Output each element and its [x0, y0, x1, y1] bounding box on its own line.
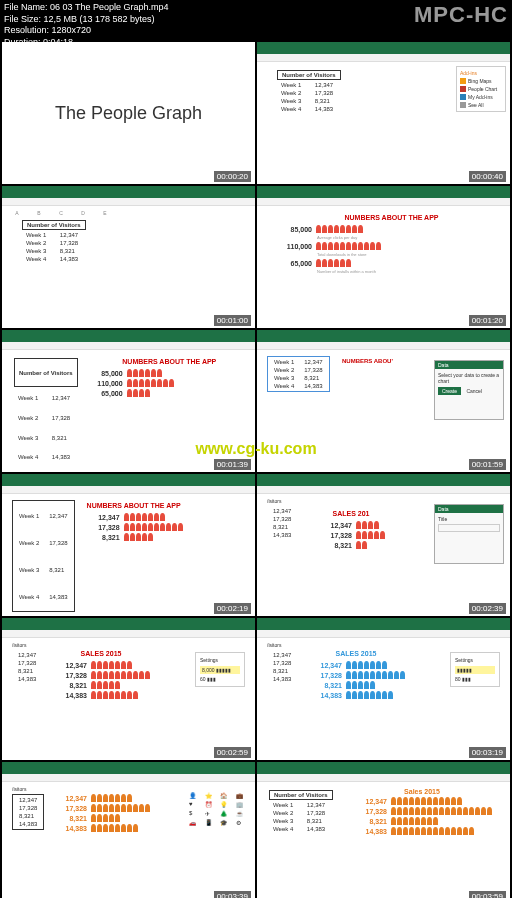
visitors-table: Number of Visitors Week 112,347 Week 217…	[12, 356, 80, 468]
slide-title: The People Graph	[55, 103, 202, 124]
thumb-10: /isitors 12,347 17,328 8,321 14,383 SALE…	[257, 618, 510, 760]
visitors-table: 12,347 17,328 8,321 14,383	[267, 650, 297, 684]
visitors-table: Number of Visitors Week 112,347 Week 217…	[275, 68, 343, 114]
file-metadata: File Name: 06 03 The People Graph.mp4 Fi…	[4, 2, 168, 40]
timestamp: 00:01:00	[214, 315, 251, 326]
thumb-11: /isitors 12,347 17,328 8,321 14,383 12,3…	[2, 762, 255, 898]
thumb-6: Week 112,347 Week 217,328 Week 38,321 We…	[257, 330, 510, 472]
thumb-12: Number of Visitors Week 112,347 Week 217…	[257, 762, 510, 898]
timestamp: 00:03:39	[214, 891, 251, 898]
addins-pane[interactable]: Add-ins Bing Maps People Chart My Add-in…	[456, 66, 506, 112]
data-panel[interactable]: Data Select your data to create a chart …	[434, 360, 504, 420]
create-button[interactable]: Create	[438, 387, 461, 395]
timestamp: 00:03:59	[469, 891, 506, 898]
timestamp: 00:00:40	[469, 171, 506, 182]
timestamp: 00:01:39	[214, 459, 251, 470]
visitors-table: 12,347 17,328 8,321 14,383	[12, 794, 44, 830]
timestamp: 00:03:19	[469, 747, 506, 758]
timestamp: 00:02:19	[214, 603, 251, 614]
timestamp: 00:02:59	[214, 747, 251, 758]
icon-picker[interactable]: 👤⭐🏠💼 ♥⏰💡🏢 $✈🌲☕ 🚗📱🎓⚙	[189, 792, 249, 826]
visitors-table: Week 112,347 Week 217,328 Week 38,321 We…	[12, 500, 75, 612]
graph-title: NUMBERS ABOUT THE APP	[277, 214, 506, 221]
timestamp: 00:01:59	[469, 459, 506, 470]
thumb-9: /isitors 12,347 17,328 8,321 14,383 SALE…	[2, 618, 255, 760]
visitors-table: Number of Visitors Week 112,347 Week 217…	[20, 218, 88, 264]
thumb-2: Number of Visitors Week 112,347 Week 217…	[257, 42, 510, 184]
visitors-table: 12,347 17,328 8,321 14,383	[267, 506, 297, 540]
settings-panel[interactable]: Settings 8,000 ▮▮▮▮▮ 60 ▮▮▮	[195, 652, 245, 687]
visitors-table: 12,347 17,328 8,321 14,383	[12, 650, 42, 684]
timestamp: 00:00:20	[214, 171, 251, 182]
visitors-table: Number of Visitors Week 112,347 Week 217…	[267, 788, 335, 834]
data-panel[interactable]: Data Title	[434, 504, 504, 564]
thumb-7: Week 112,347 Week 217,328 Week 38,321 We…	[2, 474, 255, 616]
thumbnail-grid: The People Graph 00:00:20 Number of Visi…	[0, 42, 512, 898]
timestamp: 00:02:39	[469, 603, 506, 614]
thumb-5: Number of Visitors Week 112,347 Week 217…	[2, 330, 255, 472]
video-info-header: File Name: 06 03 The People Graph.mp4 Fi…	[0, 0, 512, 42]
thumb-4: NUMBERS ABOUT THE APP 85,000 Average cli…	[257, 186, 510, 328]
visitors-table: Week 112,347 Week 217,328 Week 38,321 We…	[267, 356, 330, 392]
thumb-1: The People Graph 00:00:20	[2, 42, 255, 184]
player-logo: MPC-HC	[414, 2, 508, 40]
cancel-button[interactable]: Cancel	[466, 388, 482, 394]
thumb-3: ABCDE Number of Visitors Week 112,347 We…	[2, 186, 255, 328]
timestamp: 00:01:20	[469, 315, 506, 326]
thumb-8: /isitors 12,347 17,328 8,321 14,383 SALE…	[257, 474, 510, 616]
settings-panel[interactable]: Settings ▮▮▮▮▮ 80 ▮▮▮	[450, 652, 500, 687]
